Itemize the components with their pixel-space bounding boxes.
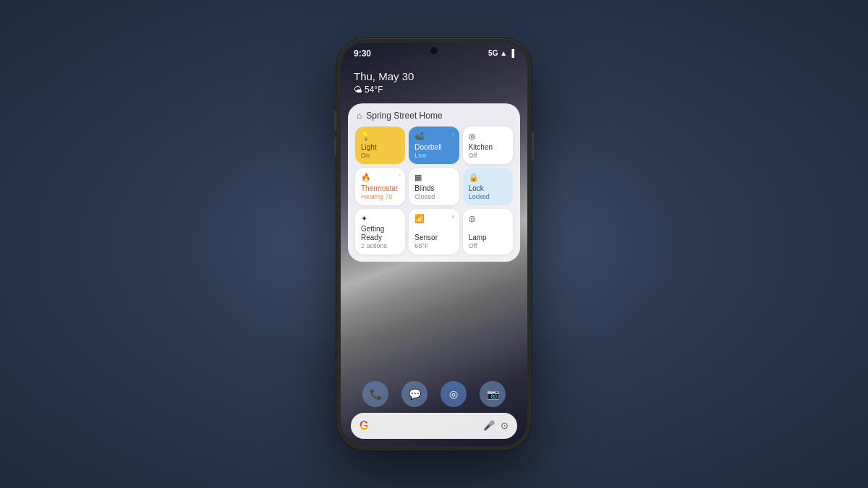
doorbell-tile[interactable]: › 📹 Doorbell Live (409, 127, 459, 164)
sensor-status: 68°F (414, 242, 453, 249)
phone-device: 9:30 5G ▲ ▐ Thu, May 30 🌤 54°F ⌂ Spring (336, 38, 532, 450)
volume-up-button[interactable] (334, 111, 336, 131)
light-status: On (361, 152, 399, 159)
light-tile[interactable]: 💡 Light On (355, 127, 405, 164)
phone-app-icon[interactable]: 📞 (362, 381, 388, 407)
lamp-icon: ◎ (469, 214, 507, 223)
thermostat-tile[interactable]: › 🔥 Thermostat Heating 70 (355, 168, 405, 205)
screen-content: 9:30 5G ▲ ▐ Thu, May 30 🌤 54°F ⌂ Spring (341, 43, 527, 446)
lock-icon: 🔒 (469, 173, 507, 182)
volume-down-button[interactable] (334, 137, 336, 157)
doorbell-chevron: › (452, 131, 454, 137)
widget-header: ⌂ Spring Street Home (355, 111, 513, 121)
weather-display: 🌤 54°F (354, 85, 514, 95)
google-search-bar[interactable]: G 🎤 ⊙ (351, 413, 517, 439)
doorbell-icon: 📹 (414, 132, 453, 141)
thermostat-chevron: › (399, 172, 401, 179)
getting-ready-tile[interactable]: ✦ Getting Ready 2 actions (355, 209, 405, 254)
thermostat-status: Heating 70 (361, 193, 399, 200)
light-icon: 💡 (361, 132, 399, 141)
blinds-label: Blinds (414, 184, 453, 193)
getting-ready-status: 2 actions (361, 242, 399, 249)
messages-app-icon[interactable]: 💬 (401, 381, 427, 407)
sensor-tile[interactable]: › 📶 Sensor 68°F (409, 209, 459, 254)
thermostat-icon: 🔥 (361, 173, 399, 182)
circle-app-icon[interactable]: ◎ (441, 381, 467, 407)
weather-icon: 🌤 (354, 85, 362, 95)
google-logo: G (359, 419, 368, 432)
status-time: 9:30 (354, 48, 371, 59)
sensor-label: Sensor (414, 234, 453, 242)
sensor-chevron: › (452, 213, 454, 220)
blinds-status: Closed (414, 193, 453, 200)
kitchen-icon: ◎ (469, 132, 507, 141)
signal-icon: 5G ▲ ▐ (488, 49, 514, 57)
dock: 📞 💬 ◎ 📷 (341, 381, 527, 407)
camera-app-icon[interactable]: 📷 (480, 381, 506, 407)
power-button[interactable] (532, 132, 534, 161)
blinds-icon: ▦ (414, 173, 453, 182)
lamp-label: Lamp (469, 234, 507, 242)
phone-screen: 9:30 5G ▲ ▐ Thu, May 30 🌤 54°F ⌂ Spring (341, 43, 527, 446)
date-display: Thu, May 30 (354, 70, 514, 82)
sensor-icon: 📶 (414, 214, 453, 223)
lens-icon[interactable]: ⊙ (501, 420, 509, 431)
lock-status: Locked (469, 193, 507, 200)
lock-label: Lock (469, 184, 507, 193)
lamp-tile[interactable]: ◎ Lamp Off (463, 209, 513, 254)
status-icons: 5G ▲ ▐ (488, 49, 514, 57)
thermostat-label: Thermostat (361, 184, 399, 193)
doorbell-label: Doorbell (414, 143, 453, 152)
tile-grid: 💡 Light On › 📹 Doorbell Live (355, 127, 513, 254)
temperature: 54°F (365, 85, 383, 95)
kitchen-status: Off (469, 152, 507, 159)
home-icon: ⌂ (357, 111, 362, 121)
camera-notch (430, 47, 438, 54)
kitchen-label: Kitchen (469, 143, 507, 152)
date-weather-section: Thu, May 30 🌤 54°F (341, 61, 527, 100)
light-label: Light (361, 143, 399, 152)
widget-title: Spring Street Home (366, 111, 442, 121)
getting-ready-icon: ✦ (361, 214, 399, 223)
microphone-icon[interactable]: 🎤 (483, 420, 495, 431)
doorbell-status: Live (414, 152, 453, 159)
lock-tile[interactable]: 🔒 Lock Locked (463, 168, 513, 205)
blinds-tile[interactable]: ▦ Blinds Closed (409, 168, 459, 205)
getting-ready-label: Getting Ready (361, 225, 399, 242)
bottom-section: 📞 💬 ◎ 📷 G 🎤 ⊙ (341, 381, 527, 446)
lamp-status: Off (469, 242, 507, 249)
smart-home-widget[interactable]: ⌂ Spring Street Home 💡 Light On (348, 103, 520, 262)
kitchen-tile[interactable]: ◎ Kitchen Off (463, 127, 513, 164)
